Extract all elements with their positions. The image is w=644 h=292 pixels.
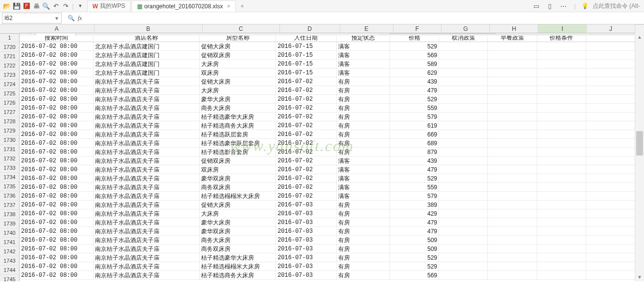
cell[interactable] [488, 42, 537, 51]
cell[interactable] [537, 86, 586, 95]
cell[interactable]: 有房 [337, 104, 391, 112]
cell[interactable]: 2016-07-02 08:00 [20, 112, 93, 121]
cell[interactable]: 2016-07-02 [276, 95, 336, 104]
cell[interactable]: 2016-07-02 08:00 [20, 68, 93, 77]
cell[interactable]: 促销双床房 [200, 51, 276, 60]
cell[interactable]: 北京桔子水晶酒店建国门 [93, 68, 200, 77]
cell[interactable]: 509 [390, 245, 439, 253]
cell[interactable]: 南京桔子水晶酒店夫子庙 [93, 86, 200, 95]
cell[interactable] [488, 148, 537, 157]
cell[interactable] [586, 77, 635, 86]
cell[interactable] [488, 236, 537, 245]
cell[interactable] [537, 112, 586, 121]
cell[interactable]: 南京桔子水晶酒店夫子庙 [93, 95, 200, 104]
name-box[interactable]: I62 ▼ [2, 13, 62, 23]
row-header[interactable]: 1720 [0, 43, 20, 52]
panel2-icon[interactable]: ▯ [545, 1, 555, 11]
cell[interactable] [488, 201, 537, 209]
column-header-F[interactable]: F [393, 24, 442, 33]
cell[interactable] [537, 42, 586, 51]
cell[interactable]: 大床房 [200, 209, 276, 218]
cell[interactable] [537, 183, 586, 192]
cell[interactable] [439, 271, 488, 280]
panel-icon[interactable]: ▭ [531, 1, 541, 11]
column-header-C[interactable]: C [203, 24, 280, 33]
cell[interactable]: 南京桔子水晶酒店夫子庙 [93, 218, 200, 227]
export-pdf-icon[interactable]: 🅿 [22, 1, 31, 11]
row-header[interactable]: 1737 [0, 201, 20, 210]
cell[interactable] [439, 227, 488, 236]
cell[interactable] [488, 245, 537, 253]
row-header[interactable]: 1731 [0, 145, 20, 154]
row-header[interactable]: 1729 [0, 126, 20, 135]
open-icon[interactable]: 📂 [2, 1, 12, 11]
cell[interactable]: 桔子精选榻榻米大床房 [200, 192, 276, 201]
vertical-scrollbar[interactable]: ▲ ▼ [635, 33, 644, 281]
cell[interactable] [586, 174, 635, 183]
cell[interactable]: 桔子精选商务大床房 [200, 271, 276, 280]
cell[interactable]: 2016-07-02 [276, 183, 336, 192]
row-header[interactable]: 1738 [0, 210, 20, 219]
cell[interactable] [586, 104, 635, 112]
cell[interactable] [586, 130, 635, 139]
cell[interactable]: 2016-07-03 [276, 253, 336, 262]
tab-wps-home[interactable]: W 我的WPS [87, 0, 131, 12]
cell[interactable] [488, 51, 537, 60]
row-header[interactable]: 1733 [0, 163, 20, 173]
cell[interactable]: 479 [390, 86, 439, 95]
cell[interactable]: 2016-07-02 [276, 130, 336, 139]
cell[interactable]: 2016-07-02 08:00 [20, 157, 93, 165]
cell[interactable]: 2016-07-03 [276, 245, 336, 253]
cell[interactable]: 439 [390, 77, 439, 86]
cell[interactable]: 南京桔子水晶酒店夫子庙 [93, 148, 200, 157]
fx-icon[interactable]: fx [78, 15, 82, 22]
cell[interactable]: 2016-07-15 [276, 42, 336, 51]
cell[interactable]: 有房 [337, 227, 391, 236]
cell[interactable]: 2016-07-15 [276, 68, 336, 77]
row-header[interactable]: 1722 [0, 61, 20, 70]
cell[interactable]: 2016-07-03 [276, 209, 336, 218]
cell[interactable]: 南京桔子水晶酒店夫子庙 [93, 183, 200, 192]
cell[interactable]: 559 [390, 183, 439, 192]
cell[interactable]: 479 [390, 227, 439, 236]
cell[interactable]: 2016-07-02 08:00 [20, 60, 93, 68]
cell[interactable]: 579 [390, 192, 439, 201]
cell[interactable]: 南京桔子水晶酒店夫子庙 [93, 112, 200, 121]
row-header[interactable]: 1744 [0, 266, 20, 275]
cell[interactable]: 南京桔子水晶酒店夫子庙 [93, 271, 200, 280]
cell[interactable]: 有房 [337, 245, 391, 253]
close-icon[interactable]: × [227, 3, 230, 10]
cell[interactable]: 569 [390, 51, 439, 60]
cell[interactable]: 2016-07-02 [276, 192, 336, 201]
cell[interactable]: 2016-07-02 08:00 [20, 209, 93, 218]
cell[interactable] [537, 104, 586, 112]
cell[interactable]: 南京桔子水晶酒店夫子庙 [93, 253, 200, 262]
cell[interactable] [537, 262, 586, 271]
cell[interactable]: 有房 [337, 209, 391, 218]
row-header[interactable]: 1742 [0, 247, 20, 256]
column-header-A[interactable]: A [20, 24, 94, 33]
cell[interactable]: 北京桔子水晶酒店建国门 [93, 42, 200, 51]
cell[interactable]: 2016-07-03 [276, 271, 336, 280]
cell[interactable]: 满客 [337, 174, 391, 183]
cell[interactable] [537, 148, 586, 157]
cell[interactable]: 双床房 [200, 68, 276, 77]
cell[interactable] [439, 121, 488, 130]
cell[interactable] [439, 130, 488, 139]
cell[interactable]: 2016-07-02 08:00 [20, 104, 93, 112]
cell[interactable] [488, 262, 537, 271]
cell[interactable] [488, 157, 537, 165]
cell[interactable] [586, 262, 635, 271]
cell[interactable]: 南京桔子水晶酒店夫子庙 [93, 77, 200, 86]
cell[interactable] [439, 95, 488, 104]
cell[interactable] [439, 77, 488, 86]
cell[interactable]: 2016-07-15 [276, 51, 336, 60]
cell[interactable]: 桔子精选商务大床房 [200, 121, 276, 130]
row-header[interactable]: 1736 [0, 191, 20, 201]
cell[interactable] [439, 148, 488, 157]
cell[interactable] [488, 121, 537, 130]
cell[interactable]: 有房 [337, 236, 391, 245]
cell[interactable]: 2016-07-02 [276, 77, 336, 86]
cell[interactable] [586, 183, 635, 192]
cell[interactable] [537, 157, 586, 165]
